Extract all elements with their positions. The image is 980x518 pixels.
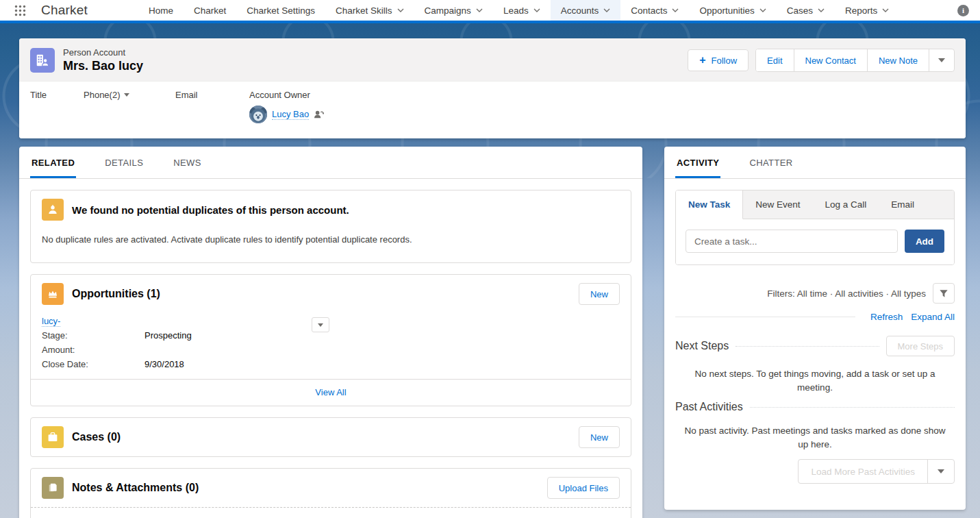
chevron-down-icon[interactable]: [603, 8, 610, 12]
nav-tab-charket[interactable]: Charket: [184, 0, 236, 21]
chevron-down-icon: [938, 58, 945, 62]
chevron-down-icon: [318, 323, 323, 327]
load-more-past-activities-button[interactable]: Load More Past Activities: [799, 460, 928, 483]
chevron-down-icon[interactable]: [533, 8, 540, 12]
nav-tab-bar: Home Charket Charket Settings Charket Sk…: [138, 0, 899, 21]
next-steps-title: Next Steps: [675, 340, 729, 352]
dotted-leader: [736, 346, 879, 347]
nav-tab-campaigns[interactable]: Campaigns: [414, 0, 493, 21]
tab-activity[interactable]: ACTIVITY: [675, 147, 720, 178]
nav-tab-accounts[interactable]: Accounts: [551, 0, 621, 21]
record-name: Mrs. Bao lucy: [63, 59, 143, 73]
activity-composer: New Task New Event Log a Call Email Add: [675, 190, 955, 265]
app-launcher-icon[interactable]: [10, 0, 30, 21]
tab-log-a-call[interactable]: Log a Call: [813, 190, 879, 219]
add-task-button[interactable]: Add: [905, 230, 944, 253]
nav-tab-label: Contacts: [631, 5, 667, 16]
load-more-dropdown[interactable]: [928, 460, 954, 483]
new-case-button[interactable]: New: [579, 426, 620, 448]
notes-attachments-title[interactable]: Notes & Attachments (0): [72, 482, 199, 494]
divider-line: [675, 317, 855, 317]
tab-email[interactable]: Email: [879, 190, 927, 219]
nav-tab-home[interactable]: Home: [138, 0, 184, 21]
building-person-icon: [35, 53, 50, 68]
nav-right: i: [957, 0, 973, 21]
expand-all-link[interactable]: Expand All: [911, 312, 955, 322]
chevron-down-icon[interactable]: [882, 8, 889, 12]
koala-avatar-icon: [249, 106, 267, 123]
nav-tab-contacts[interactable]: Contacts: [620, 0, 689, 21]
new-note-button[interactable]: New Note: [868, 49, 929, 71]
phone-field-label: Phone(2): [84, 90, 120, 100]
chevron-down-icon[interactable]: [397, 8, 404, 12]
nav-tab-label: Charket Skills: [336, 5, 392, 16]
nav-tab-charket-settings[interactable]: Charket Settings: [236, 0, 325, 21]
note-icon[interactable]: [42, 477, 64, 499]
nav-tab-leads[interactable]: Leads: [493, 0, 551, 21]
opportunities-title[interactable]: Opportunities (1): [72, 288, 160, 300]
duplicate-check-icon: [42, 199, 64, 221]
nav-tab-label: Accounts: [561, 5, 599, 16]
opportunity-item: lucy- Stage:Prospecting Amount: Close Da…: [31, 313, 631, 379]
next-steps-empty-text: No next steps. To get things moving, add…: [664, 358, 966, 401]
new-contact-button[interactable]: New Contact: [794, 49, 868, 71]
tab-news[interactable]: NEWS: [172, 147, 203, 178]
edit-button[interactable]: Edit: [756, 49, 794, 71]
info-icon[interactable]: i: [957, 5, 969, 16]
change-owner-icon[interactable]: [314, 110, 324, 119]
record-body-panel: RELATED DETAILS NEWS We found no potenti…: [19, 147, 642, 518]
filter-button[interactable]: [933, 283, 955, 304]
refresh-link[interactable]: Refresh: [870, 312, 903, 322]
more-steps-button[interactable]: More Steps: [886, 336, 955, 356]
follow-button[interactable]: +Follow: [688, 49, 749, 71]
owner-avatar[interactable]: [249, 106, 267, 123]
nav-tab-label: Charket Settings: [247, 5, 315, 16]
chevron-down-icon[interactable]: [672, 8, 679, 12]
follow-label: Follow: [712, 56, 738, 66]
create-task-input[interactable]: [686, 230, 898, 253]
filters-summary: Filters: All time · All activities · All…: [767, 288, 926, 299]
activity-panel: ACTIVITY CHATTER New Task New Event Log …: [664, 147, 966, 510]
phone-dropdown-icon[interactable]: [124, 93, 129, 97]
duplicates-title: We found no potential duplicates of this…: [72, 204, 349, 216]
nav-tab-label: Opportunities: [699, 5, 754, 16]
tab-details[interactable]: DETAILS: [103, 147, 145, 178]
tab-new-event[interactable]: New Event: [743, 190, 812, 219]
load-more-group: Load More Past Activities: [798, 459, 955, 484]
app-name: Charket: [30, 0, 97, 21]
nav-tab-reports[interactable]: Reports: [835, 0, 899, 21]
file-icon: [47, 482, 59, 494]
chevron-down-icon[interactable]: [818, 8, 825, 12]
upload-files-button[interactable]: Upload Files: [547, 477, 620, 499]
view-all-link[interactable]: View All: [315, 387, 346, 397]
opportunity-link[interactable]: lucy-: [42, 316, 60, 327]
chevron-down-icon[interactable]: [759, 8, 766, 12]
nav-tab-label: Home: [149, 5, 173, 16]
nav-tab-cases[interactable]: Cases: [777, 0, 835, 21]
owner-link[interactable]: Lucy Bao: [272, 109, 309, 120]
cases-title[interactable]: Cases (0): [72, 431, 121, 443]
tab-related[interactable]: RELATED: [30, 147, 76, 178]
chevron-down-icon[interactable]: [476, 8, 483, 12]
close-date-value: 9/30/2018: [145, 359, 184, 369]
nav-tab-label: Reports: [845, 5, 877, 16]
email-field-label: Email: [175, 90, 249, 100]
opportunity-icon[interactable]: [42, 283, 64, 305]
chevron-down-icon: [938, 469, 944, 473]
person-account-icon: [30, 48, 55, 73]
record-header-card: Person Account Mrs. Bao lucy +Follow Edi…: [19, 38, 966, 138]
file-dropzone[interactable]: [31, 507, 631, 518]
tab-chatter[interactable]: CHATTER: [748, 147, 794, 178]
stage-value: Prospecting: [145, 330, 192, 341]
nav-tab-opportunities[interactable]: Opportunities: [689, 0, 776, 21]
amount-label: Amount:: [42, 345, 145, 355]
close-date-label: Close Date:: [42, 359, 145, 369]
more-actions-dropdown[interactable]: [929, 49, 954, 71]
crown-icon: [47, 288, 59, 300]
tab-new-task[interactable]: New Task: [676, 190, 743, 219]
record-action-group: Edit New Contact New Note: [755, 49, 955, 72]
nav-tab-charket-skills[interactable]: Charket Skills: [325, 0, 414, 21]
case-icon[interactable]: [42, 426, 64, 448]
new-opportunity-button[interactable]: New: [579, 283, 620, 305]
row-actions-dropdown[interactable]: [312, 317, 329, 332]
